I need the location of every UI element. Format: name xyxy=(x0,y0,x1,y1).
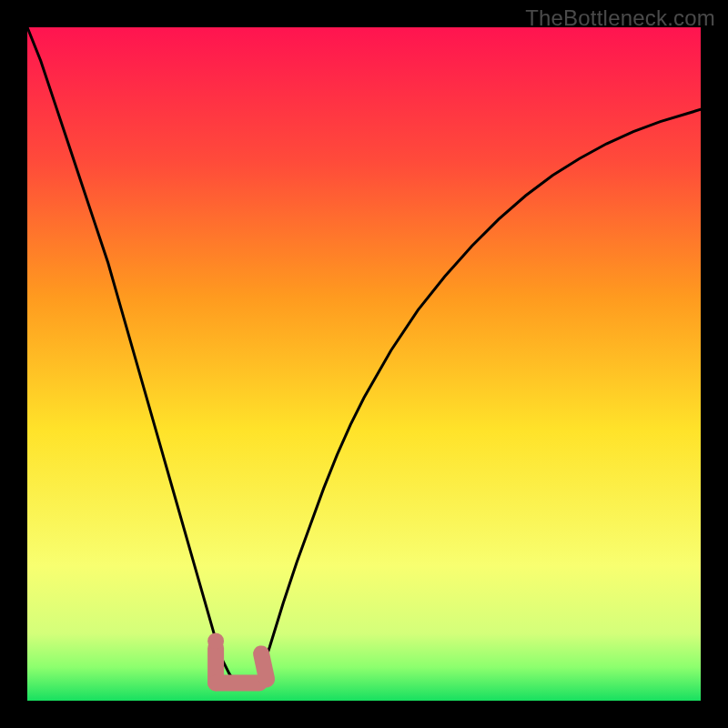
bottleneck-curve xyxy=(27,27,701,687)
chart-curve-layer xyxy=(27,27,701,701)
svg-line-4 xyxy=(261,653,267,679)
svg-point-2 xyxy=(207,632,224,649)
plot-area xyxy=(27,27,701,701)
chart-frame: TheBottleneck.com xyxy=(0,0,728,728)
optimal-marker xyxy=(207,632,267,682)
watermark-text: TheBottleneck.com xyxy=(525,5,715,31)
